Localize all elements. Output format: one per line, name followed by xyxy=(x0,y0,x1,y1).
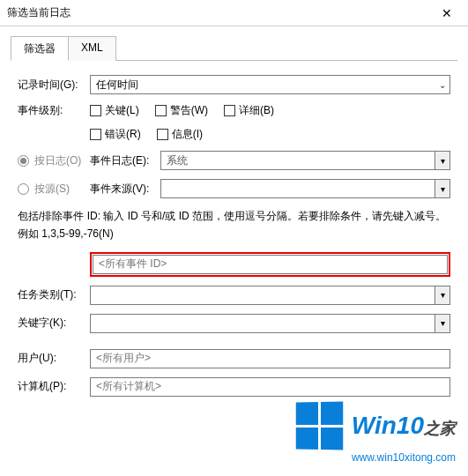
window-title: 筛选当前日志 xyxy=(7,5,71,20)
dropdown-task-category-value xyxy=(90,286,435,305)
label-computer: 计算机(P): xyxy=(18,379,90,394)
input-computer[interactable]: <所有计算机> xyxy=(90,377,450,397)
radio-by-source[interactable]: 按源(S) xyxy=(18,182,90,197)
label-event-source: 事件来源(V): xyxy=(90,182,160,197)
dropdown-event-log[interactable]: 系统 ▾ xyxy=(160,151,450,170)
radio-icon xyxy=(18,183,29,195)
label-event-log: 事件日志(E): xyxy=(90,153,160,168)
checkbox-verbose[interactable]: 详细(B) xyxy=(224,103,274,118)
checkbox-warning-label: 警告(W) xyxy=(170,103,208,118)
checkbox-critical[interactable]: 关键(L) xyxy=(90,103,139,118)
radio-icon xyxy=(18,155,29,167)
dropdown-button[interactable]: ▾ xyxy=(435,179,450,198)
triangle-down-icon: ▾ xyxy=(441,156,445,166)
tab-xml[interactable]: XML xyxy=(68,36,116,61)
checkbox-icon xyxy=(155,105,167,116)
checkbox-error-label: 错误(R) xyxy=(105,127,141,142)
checkbox-icon xyxy=(157,129,168,140)
dropdown-event-source[interactable]: ▾ xyxy=(160,179,450,198)
event-id-highlight: <所有事件 ID> xyxy=(90,252,450,277)
close-button[interactable]: ✕ xyxy=(429,0,464,26)
checkbox-verbose-label: 详细(B) xyxy=(239,103,274,118)
checkbox-icon xyxy=(90,129,101,140)
dropdown-event-source-value xyxy=(160,179,435,198)
checkbox-icon xyxy=(224,105,235,116)
radio-by-log-label: 按日志(O) xyxy=(34,153,81,168)
event-level-checks-1: 关键(L) 警告(W) 详细(B) xyxy=(90,103,274,118)
triangle-down-icon: ▾ xyxy=(441,318,445,328)
checkbox-info-label: 信息(I) xyxy=(172,127,203,142)
radio-by-source-label: 按源(S) xyxy=(34,182,70,197)
checkbox-error[interactable]: 错误(R) xyxy=(90,127,141,142)
branding-watermark: Win10之家 www.win10xitong.com xyxy=(295,402,456,464)
input-event-id[interactable]: <所有事件 ID> xyxy=(93,255,448,274)
windows-logo-icon xyxy=(296,401,343,450)
tab-bar: 筛选器 XML xyxy=(11,35,457,61)
dropdown-task-category[interactable]: ▾ xyxy=(90,286,450,305)
dropdown-event-log-value: 系统 xyxy=(160,151,435,170)
dropdown-button[interactable]: ▾ xyxy=(435,151,450,170)
label-event-level: 事件级别: xyxy=(18,103,90,118)
event-id-help: 包括/排除事件 ID: 输入 ID 号和/或 ID 范围，使用逗号分隔。若要排除… xyxy=(18,207,450,243)
dropdown-button[interactable]: ▾ xyxy=(435,286,450,305)
radio-by-log[interactable]: 按日志(O) xyxy=(18,153,90,168)
triangle-down-icon: ▾ xyxy=(441,184,445,194)
triangle-down-icon: ▾ xyxy=(441,290,445,300)
dropdown-keywords-value xyxy=(90,314,435,333)
checkbox-warning[interactable]: 警告(W) xyxy=(155,103,208,118)
brand-main: Win10 xyxy=(352,412,424,439)
dropdown-button[interactable]: ▾ xyxy=(435,314,450,333)
label-user: 用户(U): xyxy=(18,351,90,366)
label-log-time: 记录时间(G): xyxy=(18,78,90,93)
chevron-down-icon: ⌄ xyxy=(439,80,446,90)
checkbox-icon xyxy=(90,105,101,116)
filter-form: 记录时间(G): 任何时间 ⌄ 事件级别: 关键(L) 警告(W) xyxy=(11,61,457,397)
dropdown-log-time-value: 任何时间 xyxy=(96,78,138,93)
label-keywords: 关键字(K): xyxy=(18,316,90,331)
checkbox-critical-label: 关键(L) xyxy=(105,103,139,118)
checkbox-info[interactable]: 信息(I) xyxy=(157,127,203,142)
label-task-category: 任务类别(T): xyxy=(18,287,90,302)
close-icon: ✕ xyxy=(442,6,452,20)
brand-suffix: 之家 xyxy=(424,420,456,437)
dropdown-log-time[interactable]: 任何时间 ⌄ xyxy=(90,75,450,94)
dropdown-keywords[interactable]: ▾ xyxy=(90,314,450,333)
event-level-checks-2: 错误(R) 信息(I) xyxy=(90,127,203,142)
tab-filter[interactable]: 筛选器 xyxy=(11,36,69,61)
dialog-content: 筛选器 XML 记录时间(G): 任何时间 ⌄ 事件级别: 关键(L) 警告(W… xyxy=(0,26,468,397)
brand-domain: www.win10xitong.com xyxy=(352,451,456,464)
titlebar: 筛选当前日志 ✕ xyxy=(0,0,468,26)
brand-text: Win10之家 xyxy=(352,412,456,440)
input-user[interactable]: <所有用户> xyxy=(90,349,450,368)
